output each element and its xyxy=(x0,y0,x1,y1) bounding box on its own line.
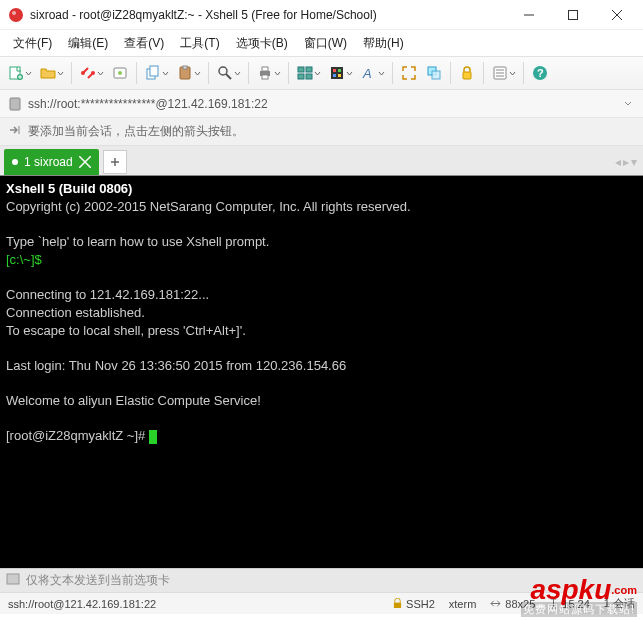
svg-rect-21 xyxy=(298,67,304,72)
terminal-line: Type `help' to learn how to use Xshell p… xyxy=(6,234,269,249)
chevron-down-icon xyxy=(314,66,321,80)
colorscheme-button[interactable] xyxy=(325,59,356,87)
tab-bar: 1 sixroad ◂ ▸ ▾ xyxy=(0,146,643,176)
tab-list-icon[interactable]: ▾ xyxy=(631,155,637,169)
terminal-line: Copyright (c) 2002-2015 NetSarang Comput… xyxy=(6,199,411,214)
tab-close-icon[interactable] xyxy=(79,156,91,168)
new-session-button[interactable] xyxy=(4,59,35,87)
svg-rect-20 xyxy=(262,75,268,79)
menu-file[interactable]: 文件(F) xyxy=(6,32,59,55)
svg-rect-46 xyxy=(7,574,19,584)
cursor-pos-icon xyxy=(549,598,558,609)
send-target-icon[interactable] xyxy=(6,572,20,589)
chevron-down-icon xyxy=(57,66,64,80)
svg-rect-40 xyxy=(10,98,20,110)
chevron-down-icon xyxy=(162,66,169,80)
close-button[interactable] xyxy=(595,1,639,29)
svg-text:A: A xyxy=(362,66,372,81)
layout-button[interactable] xyxy=(293,59,324,87)
chevron-down-icon xyxy=(194,66,201,80)
send-bar-text: 仅将文本发送到当前选项卡 xyxy=(26,572,170,589)
menu-window[interactable]: 窗口(W) xyxy=(297,32,354,55)
tab-label: 1 sixroad xyxy=(24,155,73,169)
maximize-button[interactable] xyxy=(551,1,595,29)
terminal-prompt: [root@iZ28qmyakltZ ~]# xyxy=(6,428,149,443)
menu-edit[interactable]: 编辑(E) xyxy=(61,32,115,55)
svg-rect-22 xyxy=(306,67,312,72)
separator xyxy=(136,62,137,84)
menu-tabs[interactable]: 选项卡(B) xyxy=(229,32,295,55)
open-session-button[interactable] xyxy=(36,59,67,87)
tab-nav-arrows: ◂ ▸ ▾ xyxy=(615,155,637,169)
svg-rect-19 xyxy=(262,67,268,71)
terminal-prompt: [c:\~]$ xyxy=(6,252,42,267)
status-sessions: 1 会话 xyxy=(604,596,635,611)
copy-button[interactable] xyxy=(141,59,172,87)
tab-next-icon[interactable]: ▸ xyxy=(623,155,629,169)
svg-text:?: ? xyxy=(537,67,544,79)
cursor-icon xyxy=(149,430,157,444)
disconnect-button[interactable] xyxy=(108,59,132,87)
help-button[interactable]: ? xyxy=(528,59,552,87)
separator xyxy=(288,62,289,84)
terminal[interactable]: Xshell 5 (Build 0806) Copyright (c) 2002… xyxy=(0,176,643,568)
new-tab-button[interactable] xyxy=(103,150,127,174)
paste-button[interactable] xyxy=(173,59,204,87)
menu-help[interactable]: 帮助(H) xyxy=(356,32,411,55)
minimize-button[interactable] xyxy=(507,1,551,29)
fullscreen-button[interactable] xyxy=(397,59,421,87)
chevron-down-icon xyxy=(509,66,516,80)
svg-point-1 xyxy=(12,11,16,15)
status-term-type: xterm xyxy=(449,598,477,610)
separator xyxy=(450,62,451,84)
svg-point-0 xyxy=(9,8,23,22)
svg-rect-26 xyxy=(333,69,336,72)
svg-rect-32 xyxy=(432,71,440,79)
status-size: 88x25 xyxy=(490,598,535,610)
toolbar: A ? xyxy=(0,56,643,90)
terminal-line: Welcome to aliyun Elastic Compute Servic… xyxy=(6,393,261,408)
chevron-down-icon xyxy=(274,66,281,80)
tools-button[interactable] xyxy=(488,59,519,87)
chevron-down-icon[interactable] xyxy=(621,97,635,111)
svg-rect-23 xyxy=(298,74,304,79)
menu-view[interactable]: 查看(V) xyxy=(117,32,171,55)
svg-point-8 xyxy=(81,71,85,75)
svg-point-16 xyxy=(219,67,227,75)
address-text[interactable]: ssh://root:****************@121.42.169.1… xyxy=(28,97,615,111)
transparency-button[interactable] xyxy=(422,59,446,87)
size-icon xyxy=(490,599,501,608)
host-icon xyxy=(8,97,22,111)
separator xyxy=(208,62,209,84)
hint-bar: 要添加当前会话，点击左侧的箭头按钮。 xyxy=(0,118,643,146)
separator xyxy=(392,62,393,84)
find-button[interactable] xyxy=(213,59,244,87)
menu-tools[interactable]: 工具(T) xyxy=(173,32,226,55)
lock-icon xyxy=(393,598,402,609)
chevron-down-icon xyxy=(234,66,241,80)
lock-button[interactable] xyxy=(455,59,479,87)
tab-prev-icon[interactable]: ◂ xyxy=(615,155,621,169)
terminal-line: Connection established. xyxy=(6,305,145,320)
print-button[interactable] xyxy=(253,59,284,87)
separator xyxy=(483,62,484,84)
svg-point-9 xyxy=(91,71,95,75)
svg-line-17 xyxy=(226,74,231,79)
chevron-down-icon xyxy=(97,66,104,80)
tab-status-icon xyxy=(12,159,18,165)
terminal-line: To escape to local shell, press 'Ctrl+Al… xyxy=(6,323,246,338)
menubar: 文件(F) 编辑(E) 查看(V) 工具(T) 选项卡(B) 窗口(W) 帮助(… xyxy=(0,30,643,56)
separator xyxy=(71,62,72,84)
terminal-line: Last login: Thu Nov 26 13:36:50 2015 fro… xyxy=(6,358,346,373)
status-cursor-pos: 15,24 xyxy=(549,598,590,610)
terminal-line: Xshell 5 (Build 0806) xyxy=(6,181,132,196)
tab-sixroad[interactable]: 1 sixroad xyxy=(4,149,99,175)
font-button[interactable]: A xyxy=(357,59,388,87)
add-arrow-icon[interactable] xyxy=(8,123,22,140)
svg-rect-3 xyxy=(569,10,578,19)
svg-rect-27 xyxy=(338,69,341,72)
reconnect-button[interactable] xyxy=(76,59,107,87)
chevron-down-icon xyxy=(25,66,32,80)
hint-text: 要添加当前会话，点击左侧的箭头按钮。 xyxy=(28,123,244,140)
chevron-down-icon xyxy=(346,66,353,80)
